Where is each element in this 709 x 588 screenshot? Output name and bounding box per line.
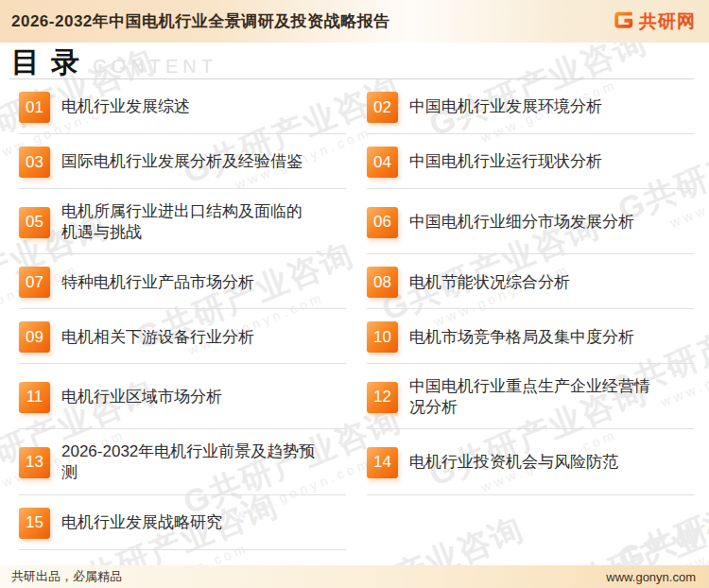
toc-item-number: 08 — [367, 267, 398, 298]
toc-item-number: 12 — [367, 382, 398, 413]
toc-item-label: 电机行业发展战略研究 — [61, 512, 222, 533]
toc-item-05[interactable]: 05 电机所属行业进出口结构及面临的机遇与挑战 — [19, 189, 346, 254]
toc-item-09[interactable]: 09 电机相关下游设备行业分析 — [19, 309, 346, 364]
footer-url[interactable]: www.gonyn.com — [606, 570, 696, 584]
toc-item-number: 05 — [19, 207, 50, 238]
toc-item-label: 电机所属行业进出口结构及面临的机遇与挑战 — [61, 201, 317, 243]
toc-item-number: 02 — [367, 92, 398, 123]
toc-item-number: 14 — [367, 447, 398, 478]
toc-item-label: 电机节能状况综合分析 — [409, 272, 570, 293]
toc-item-number: 04 — [367, 147, 398, 178]
toc-item-label: 电机市场竞争格局及集中度分析 — [409, 327, 634, 348]
toc-heading-en: CONTENT — [93, 56, 217, 77]
toc-item-08[interactable]: 08 电机节能状况综合分析 — [367, 254, 694, 309]
toc-item-number: 11 — [19, 382, 50, 413]
toc-item-label: 2026-2032年电机行业前景及趋势预测 — [61, 441, 317, 483]
toc-item-label: 中国电机行业重点生产企业经营情况分析 — [409, 376, 665, 418]
gonyn-logo-icon — [614, 9, 634, 34]
toc-item-label: 电机相关下游设备行业分析 — [61, 327, 254, 348]
toc-item-12[interactable]: 12 中国电机行业重点生产企业经营情况分析 — [367, 364, 694, 429]
toc-item-label: 中国电机行业运行现状分析 — [409, 151, 602, 172]
toc-grid: 01 电机行业发展综述 02 中国电机行业发展环境分析 03 国际电机行业发展分… — [9, 79, 694, 550]
footer: 共研出品，必属精品 www.gonyn.com — [0, 565, 709, 588]
toc-item-number: 03 — [19, 147, 50, 178]
toc-item-04[interactable]: 04 中国电机行业运行现状分析 — [367, 134, 694, 189]
toc-item-03[interactable]: 03 国际电机行业发展分析及经验借鉴 — [19, 134, 346, 189]
toc-item-number: 15 — [19, 508, 50, 539]
toc-item-label: 国际电机行业发展分析及经验借鉴 — [61, 151, 303, 172]
toc-item-label: 特种电机行业产品市场分析 — [61, 272, 254, 293]
toc-item-number: 10 — [367, 321, 398, 353]
toc-item-15[interactable]: 15 电机行业发展战略研究 — [19, 495, 346, 550]
toc-item-13[interactable]: 13 2026-2032年电机行业前景及趋势预测 — [19, 429, 346, 494]
header: 2026-2032年中国电机行业全景调研及投资战略报告 共研网 — [0, 0, 709, 43]
report-title: 2026-2032年中国电机行业全景调研及投资战略报告 — [11, 10, 390, 32]
logo-text: 共研网 — [639, 9, 696, 34]
toc-item-label: 电机行业投资机会与风险防范 — [409, 452, 618, 473]
toc-item-label: 中国电机行业发展环境分析 — [409, 96, 602, 117]
toc-header: 目 录 CONTENT — [9, 43, 694, 79]
toc-item-number: 07 — [19, 267, 50, 298]
toc-item-14[interactable]: 14 电机行业投资机会与风险防范 — [367, 429, 694, 494]
toc-item-10[interactable]: 10 电机市场竞争格局及集中度分析 — [367, 309, 694, 364]
toc-heading: 目 录 — [11, 48, 81, 77]
toc-item-number: 06 — [367, 207, 398, 238]
toc-item-label: 中国电机行业细分市场发展分析 — [409, 212, 634, 233]
toc-item-06[interactable]: 06 中国电机行业细分市场发展分析 — [367, 189, 694, 254]
toc-item-number: 13 — [19, 447, 50, 478]
toc-page: 目 录 CONTENT 01 电机行业发展综述 02 中国电机行业发展环境分析 … — [0, 43, 709, 550]
toc-item-01[interactable]: 01 电机行业发展综述 — [19, 79, 346, 134]
toc-item-label: 电机行业发展综述 — [61, 96, 190, 117]
toc-item-11[interactable]: 11 电机行业区域市场分析 — [19, 364, 346, 429]
logo-link[interactable]: 共研网 — [614, 9, 696, 34]
toc-item-label: 电机行业区域市场分析 — [61, 387, 222, 407]
toc-empty-cell — [367, 495, 694, 550]
toc-item-02[interactable]: 02 中国电机行业发展环境分析 — [367, 79, 694, 134]
toc-item-number: 09 — [19, 321, 50, 353]
toc-item-07[interactable]: 07 特种电机行业产品市场分析 — [19, 254, 346, 309]
toc-item-number: 01 — [19, 92, 50, 123]
footer-slogan: 共研出品，必属精品 — [11, 568, 122, 585]
